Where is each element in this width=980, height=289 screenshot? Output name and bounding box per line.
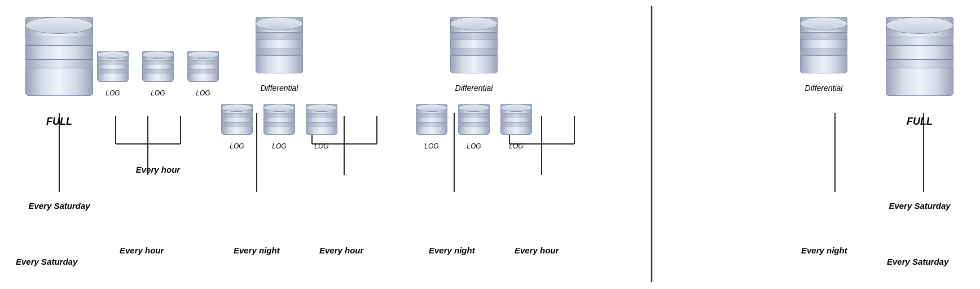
log-1-2-label: LOG xyxy=(151,89,165,97)
diff2-log-1: LOG xyxy=(415,104,449,150)
diff1-night-label: Every night xyxy=(234,246,280,255)
log-group-1-frequency: Every hour xyxy=(136,165,180,174)
log-group-1: LOG LOG xyxy=(96,51,220,174)
diff1-log-2: LOG xyxy=(262,104,296,150)
diff2-night-label: Every night xyxy=(429,246,475,255)
diagram: FULL Every Saturday LOG xyxy=(0,0,980,289)
differential-2-section: Differential LOG xyxy=(415,11,533,150)
log-1-1: LOG xyxy=(96,51,130,97)
full-right-freq-bottom: Every Saturday xyxy=(887,257,948,266)
differential-1-label: Differential xyxy=(261,84,298,93)
diff-right-night-label: Every night xyxy=(801,246,847,255)
diff2-hour-label: Every hour xyxy=(515,246,559,255)
differential-1-section: Differential LOG xyxy=(220,11,339,150)
full-left-freq: Every Saturday xyxy=(16,257,77,266)
full-right-frequency: Every Saturday xyxy=(889,201,950,211)
full-right-section: FULL Every Saturday xyxy=(883,11,956,211)
log-1-3: LOG xyxy=(186,51,220,97)
differential-2-label: Differential xyxy=(455,84,493,93)
diff2-log-3: LOG xyxy=(499,104,533,150)
diff2-log-2: LOG xyxy=(457,104,491,150)
log-1-1-label: LOG xyxy=(106,89,120,97)
full-left-label: FULL xyxy=(46,116,72,128)
log-1-3-label: LOG xyxy=(196,89,210,97)
diff1-hour-label: Every hour xyxy=(319,246,363,255)
differential-right-label: Differential xyxy=(805,84,843,93)
full-left-frequency: Every Saturday xyxy=(28,201,90,211)
full-left-section: FULL Every Saturday xyxy=(23,11,96,211)
differential-right-section: Differential xyxy=(798,11,849,93)
diff1-log-3: LOG xyxy=(305,104,339,150)
log-1-2: LOG xyxy=(141,51,175,97)
diff1-log-1: LOG xyxy=(220,104,254,150)
full-left-cylinder xyxy=(23,17,96,107)
log-group1-freq: Every hour xyxy=(120,246,164,255)
full-right-label: FULL xyxy=(907,116,933,128)
